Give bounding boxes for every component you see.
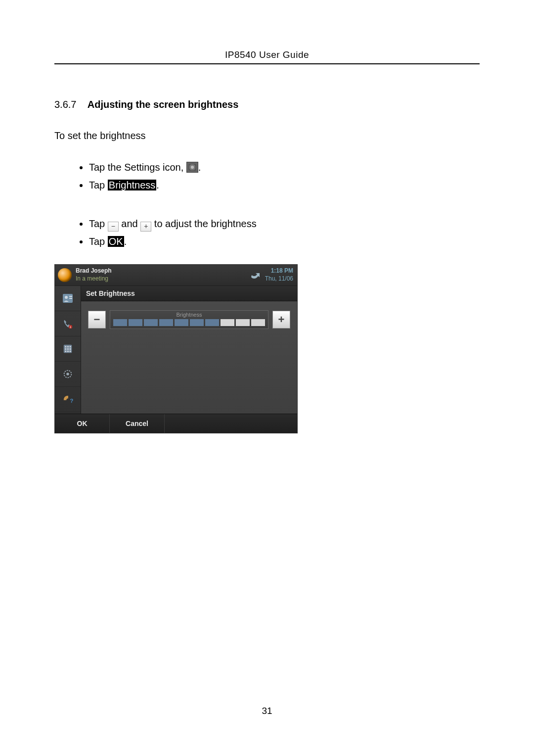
section-heading: 3.6.7 Adjusting the screen brightness [54,99,480,110]
sidebar-help[interactable]: ? [55,387,81,412]
ok-button[interactable]: OK [55,414,110,433]
svg-rect-14 [67,351,69,352]
brightness-plus-button[interactable]: + [272,311,290,329]
sidebar-dialpad[interactable] [55,336,81,362]
svg-rect-8 [67,346,69,348]
device-content: Set Brightness − Brightness + [81,286,297,414]
plus-icon: + [140,222,151,232]
step-1: Tap the Settings icon, . [89,159,480,175]
brightness-minus-button[interactable]: − [88,311,106,329]
svg-rect-7 [65,346,67,348]
clock: 1:18 PM Thu, 11/06 [265,267,297,283]
help-icon: ? [60,392,75,407]
user-name: Brad Joseph [76,267,248,275]
svg-rect-12 [70,348,71,350]
brightness-meter: Brightness [110,310,268,329]
brightness-segment [236,319,250,326]
ok-highlight: OK [108,236,124,247]
presence-icon [58,268,72,282]
document-page: IP8540 User Guide 3.6.7 Adjusting the sc… [0,0,534,756]
brightness-segment [144,319,158,326]
svg-text:1: 1 [70,326,71,329]
svg-point-17 [66,373,69,376]
step-3: Tap − and + to adjust the brightness [89,216,480,232]
svg-rect-11 [67,348,69,350]
page-number: 31 [0,706,534,716]
sidebar-contacts[interactable] [55,286,81,311]
sidebar-calls[interactable]: 1 [55,311,81,336]
minus-icon: − [108,222,119,232]
page-header: IP8540 User Guide [54,49,480,64]
step-2: Tap Brightness. [89,177,480,193]
intro-text: To set the brightness [54,130,480,142]
brightness-segment [205,319,219,326]
brightness-segment [251,319,265,326]
step-list-2: Tap − and + to adjust the brightness Tap… [54,216,480,249]
svg-rect-13 [65,351,67,352]
brightness-segment [159,319,173,326]
step-4: Tap OK. [89,234,480,249]
header-title: IP8540 User Guide [225,49,309,60]
step-list: Tap the Settings icon, . Tap Brightness. [54,159,480,193]
section-number: 3.6.7 [54,99,76,110]
device-screenshot: Brad Joseph In a meeting 1:18 PM Thu, 11… [54,264,298,433]
device-sidebar: 1 ? [55,286,81,414]
date: Thu, 11/06 [265,275,293,283]
user-status: In a meeting [76,275,248,283]
time: 1:18 PM [265,267,293,275]
brightness-highlight: Brightness [108,180,157,190]
title-text: Brad Joseph In a meeting [76,267,248,283]
call-forward-icon[interactable] [248,268,262,282]
phone-icon: 1 [60,316,75,331]
svg-rect-15 [70,351,71,352]
gear-icon [60,367,75,381]
brightness-segment [113,319,127,326]
brightness-segment [129,319,142,326]
cancel-button[interactable]: Cancel [110,414,165,433]
brightness-segment [190,319,204,326]
svg-rect-9 [70,346,71,348]
brightness-control: − Brightness + [88,310,290,329]
svg-rect-3 [69,298,72,299]
dialpad-icon [60,341,75,356]
svg-rect-10 [65,348,67,350]
device-titlebar: Brad Joseph In a meeting 1:18 PM Thu, 11… [55,265,297,286]
device-footer: OK Cancel [55,414,297,433]
contacts-icon [60,291,75,306]
svg-point-1 [65,296,68,299]
panel-title: Set Brightness [81,286,297,301]
brightness-segment [221,319,234,326]
brightness-label: Brightness [110,312,268,318]
sidebar-settings[interactable] [55,362,81,387]
section-title: Adjusting the screen brightness [88,99,239,110]
svg-text:?: ? [70,398,73,404]
brightness-segment [175,319,188,326]
svg-rect-2 [69,296,72,297]
settings-icon [186,162,198,173]
